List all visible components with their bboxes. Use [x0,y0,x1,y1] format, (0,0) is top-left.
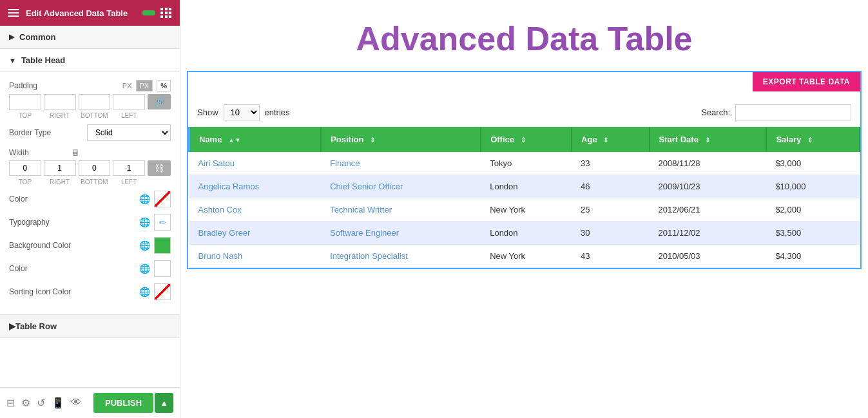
table-search-area: Search: [701,104,851,120]
table-row-label: Table Row [15,321,57,331]
office-sort-icon: ⇕ [521,137,526,144]
monitor-icon: 🖥 [71,147,80,158]
page-title: Advanced Data Table [180,0,868,71]
sorting-color-controls: 🌐 [139,283,171,300]
table-row: Airi SatouFinanceTokyo332008/11/28$3,000 [189,152,860,175]
sidebar-header: Edit Advanced Data Table [0,0,180,26]
color-diagonal-icon[interactable] [154,191,171,207]
export-button[interactable]: EXPORT TABLE DATA [753,72,860,91]
device-icon[interactable]: 📱 [52,397,64,409]
search-input[interactable] [735,104,851,120]
color2-swatch[interactable] [154,260,171,277]
cell-start_date-1: 2009/10/23 [650,175,767,198]
bottom-label: BOTTOM [79,112,111,119]
cell-position-0: Finance [321,152,481,175]
percent-button[interactable]: % [157,80,171,91]
cell-salary-2: $2,000 [766,198,860,222]
grid-icon[interactable] [160,8,172,18]
layers-icon[interactable]: ⊟ [6,397,15,409]
cell-position-4: Integration Specialist [321,245,481,268]
cell-office-3: London [481,222,572,245]
table-row: Bradley GreerSoftware EngineerLondon3020… [189,222,860,245]
eye-icon[interactable]: 👁 [71,397,81,409]
col-age-header[interactable]: Age ⇕ [572,127,649,152]
width-bottom-input[interactable] [79,160,111,176]
publish-button[interactable]: PUBLISH [93,393,153,413]
width-bottom-label: BOTTOM [79,178,111,185]
col-name-header[interactable]: Name ▲▼ [189,127,322,152]
cell-name-1: Angelica Ramos [189,175,322,198]
main-content: Advanced Data Table EXPORT TABLE DATA Sh… [180,0,868,418]
bg-color-swatch[interactable] [154,237,171,254]
table-row: Bruno NashIntegration SpecialistNew York… [189,245,860,268]
cell-name-0: Airi Satou [189,152,322,175]
hamburger-icon[interactable] [8,9,19,17]
cell-start_date-2: 2012/06/21 [650,198,767,222]
table-row-section-toggle[interactable]: ▶ Table Row [0,315,180,338]
bg-color-controls: 🌐 [139,237,171,254]
typography-row: Typography 🌐 ✏ [9,214,171,231]
table-top-bar: Show 10 25 50 100 entries Search: [188,98,860,127]
width-right-input[interactable] [44,160,76,176]
typography-edit-icon[interactable]: ✏ [154,214,171,231]
bg-color-label: Background Color [9,241,71,250]
color2-controls: 🌐 [139,260,171,277]
col-position-header[interactable]: Position ⇕ [321,127,481,152]
cell-salary-1: $10,000 [766,175,860,198]
padding-right-input[interactable] [44,94,76,109]
publish-controls: PUBLISH ▲ [93,393,173,413]
sidebar-bottom: ⊟ ⚙ ↺ 📱 👁 PUBLISH ▲ [0,387,180,418]
bg-color-row: Background Color 🌐 [9,237,171,254]
padding-label: Padding [9,81,67,90]
cell-office-4: New York [481,245,572,268]
common-arrow-icon: ▶ [9,33,14,41]
common-section-toggle[interactable]: ▶ Common [0,26,180,49]
border-type-row: Border Type Solid Dashed Dotted None [9,124,171,141]
search-label: Search: [701,108,730,117]
publish-arrow-button[interactable]: ▲ [155,393,173,413]
padding-bottom-input[interactable] [79,94,111,109]
cell-salary-4: $4,300 [766,245,860,268]
px-button[interactable]: PX [136,80,153,91]
bg-color-globe-icon[interactable]: 🌐 [139,240,150,251]
settings-icon[interactable]: ⚙ [21,397,30,409]
border-type-select[interactable]: Solid Dashed Dotted None [87,124,171,141]
table-head-label: Table Head [21,55,65,65]
entries-select[interactable]: 10 25 50 100 [224,104,260,120]
color2-row: Color 🌐 [9,260,171,277]
padding-inputs: 🔗 [9,94,171,109]
data-table: Name ▲▼ Position ⇕ Office ⇕ Age ⇕ Start [188,127,860,268]
table-head-section-toggle[interactable]: ▼ Table Head [0,49,180,72]
typography-globe-icon[interactable]: 🌐 [139,217,150,227]
table-head-arrow-icon: ▼ [9,57,16,64]
table-row: Angelica RamosChief Senior OfficerLondon… [189,175,860,198]
green-action-button[interactable] [142,10,155,15]
col-office-header[interactable]: Office ⇕ [481,127,572,152]
cell-age-1: 46 [572,175,649,198]
cell-start_date-3: 2011/12/02 [650,222,767,245]
sorting-icon-color-row: Sorting Icon Color 🌐 [9,283,171,300]
color2-globe-icon[interactable]: 🌐 [139,263,150,274]
width-header: Width 🖥 [9,147,171,158]
table-wrapper: EXPORT TABLE DATA Show 10 25 50 100 entr… [188,72,860,268]
top-label: TOP [9,112,41,119]
width-link-button[interactable]: ⛓ [148,160,171,176]
border-type-label: Border Type [9,128,87,137]
sorting-diagonal-icon[interactable] [154,283,171,300]
width-top-input[interactable] [9,160,41,176]
padding-left-input[interactable] [113,94,145,109]
col-startdate-header[interactable]: Start Date ⇕ [650,127,767,152]
width-left-input[interactable] [113,160,145,176]
padding-link-button[interactable]: 🔗 [148,94,171,109]
width-inputs: ⛓ [9,160,171,176]
table-body: Airi SatouFinanceTokyo332008/11/28$3,000… [189,152,860,268]
sorting-globe-icon[interactable]: 🌐 [139,287,150,297]
padding-top-input[interactable] [9,94,41,109]
table-head-content: Padding PX PX % 🔗 TOP RIGHT BOTTOM LEFT … [0,72,180,315]
color-globe-icon[interactable]: 🌐 [139,194,150,204]
table-row-arrow-icon: ▶ [9,321,15,331]
cell-position-3: Software Engineer [321,222,481,245]
color-controls: 🌐 [139,191,171,207]
col-salary-header[interactable]: Salary ⇕ [766,127,860,152]
history-icon[interactable]: ↺ [37,397,45,409]
